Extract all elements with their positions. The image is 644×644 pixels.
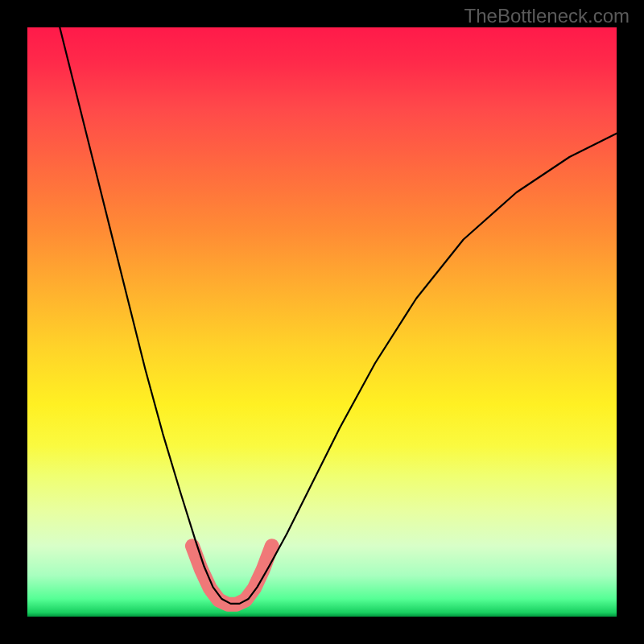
chart-plot-area bbox=[27, 27, 617, 617]
chart-container: TheBottleneck.com bbox=[0, 0, 644, 644]
watermark: TheBottleneck.com bbox=[464, 5, 630, 27]
black-curve bbox=[60, 27, 617, 604]
pink-curve bbox=[192, 546, 272, 604]
chart-lines bbox=[27, 27, 617, 617]
